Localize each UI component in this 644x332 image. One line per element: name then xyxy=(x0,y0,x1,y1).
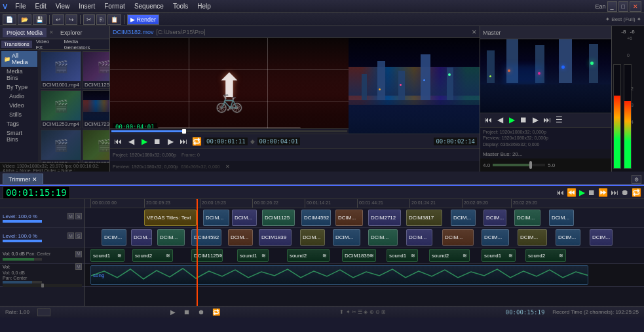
tl-stop[interactable]: ⏹ xyxy=(588,188,596,197)
fader-track[interactable] xyxy=(493,164,545,166)
tree-item-all[interactable]: 📁 All Media xyxy=(1,51,37,67)
preview-scrubber[interactable] xyxy=(110,128,349,134)
undo-btn[interactable]: ↩ xyxy=(52,14,64,25)
clip-a1-9[interactable]: sound1 ≋ xyxy=(482,249,516,262)
main-preview-window[interactable]: ⬆ 🚲 00:00:04:01 xyxy=(110,38,349,134)
clip-v1-2[interactable]: DCIM... xyxy=(232,210,257,226)
prog-play[interactable]: ▶ xyxy=(506,115,517,124)
prog-next-frame[interactable]: ▶ xyxy=(530,115,540,124)
menu-sequence[interactable]: Sequence xyxy=(130,3,168,10)
clip-v1-1[interactable]: DCIM... xyxy=(203,210,229,226)
media-item-1[interactable]: 🎬 DCIM1125.mp4 xyxy=(83,51,109,89)
menu-view[interactable]: View xyxy=(52,3,74,10)
clip-v2-10[interactable]: DCIM... xyxy=(406,229,432,246)
clip-v2-6[interactable]: DCIM1839 xyxy=(259,229,292,246)
next-frame-btn[interactable]: ▶ xyxy=(165,137,176,146)
subtab-transitions[interactable]: Transitions xyxy=(1,41,32,48)
scrubber-handle[interactable] xyxy=(182,129,186,134)
tree-item-video[interactable]: Video xyxy=(1,101,37,110)
pan-handle[interactable] xyxy=(41,284,44,287)
clip-title[interactable]: VEGAS Titles: Text xyxy=(144,210,197,226)
audio1-vol-slider[interactable] xyxy=(3,258,42,261)
clip-v2-4[interactable]: DCIM4592 xyxy=(191,229,221,246)
playhead[interactable] xyxy=(197,199,198,208)
timeline-tab[interactable]: Trimmer ✕ xyxy=(3,174,43,184)
clip-v2-2[interactable]: DCIM... xyxy=(131,229,152,246)
copy-btn[interactable]: ⎘ xyxy=(96,14,106,25)
clip-v2-14[interactable]: DCIM... xyxy=(556,229,580,246)
prog-prev-frame[interactable]: ◀ xyxy=(495,115,505,124)
minimize-btn[interactable]: _ xyxy=(607,1,617,12)
fader-handle[interactable] xyxy=(529,161,532,169)
tree-item-stills[interactable]: Stills xyxy=(1,110,37,119)
clip-a1-6[interactable]: DCIM1839 ≋ xyxy=(342,249,376,262)
tree-item-audio[interactable]: Audio xyxy=(1,92,37,101)
sb-record-btn[interactable]: ⏺ xyxy=(198,308,204,316)
tl-go-start[interactable]: ⏮ xyxy=(556,188,564,197)
clip-v1-3[interactable]: DCIM1125 xyxy=(262,210,295,226)
go-start-btn[interactable]: ⏮ xyxy=(113,137,123,146)
prog-stop[interactable]: ⏹ xyxy=(518,115,529,124)
clip-a1-7[interactable]: sound1 ≋ xyxy=(387,249,418,262)
clip-v2-13[interactable]: DCIM... xyxy=(518,229,547,246)
sb-stop-btn[interactable]: ⏹ xyxy=(183,308,190,316)
tree-item-bins[interactable]: Media Bins xyxy=(1,67,37,83)
stop-btn[interactable]: ⏹ xyxy=(152,137,162,146)
clip-v2-8[interactable]: DCIM... xyxy=(333,229,360,246)
clip-v1-4[interactable]: DCIM4592 xyxy=(301,210,331,226)
clip-v2-7[interactable]: DCIM... xyxy=(300,229,325,246)
clip-v1-10[interactable]: DCIM... xyxy=(514,210,540,226)
close-btn[interactable]: ✕ xyxy=(630,1,641,12)
clip-v2-9[interactable]: DCIM... xyxy=(368,229,398,246)
prev-frame-btn[interactable]: ◀ xyxy=(126,137,136,146)
clip-v1-6[interactable]: DCIM2712 xyxy=(368,210,401,226)
menu-file[interactable]: File xyxy=(11,3,29,10)
clip-a1-2[interactable]: sound2 ≋ xyxy=(132,249,173,262)
secondary-preview-window[interactable] xyxy=(349,38,480,134)
paste-btn[interactable]: 📋 xyxy=(107,14,121,25)
track-lane-music[interactable]: song xyxy=(85,264,644,287)
tl-record[interactable]: ⏺ xyxy=(621,188,629,197)
menu-edit[interactable]: Edit xyxy=(31,3,50,10)
redo-btn[interactable]: ↪ xyxy=(66,14,77,25)
new-btn[interactable]: 📄 xyxy=(3,14,16,25)
loop-btn[interactable]: 🔁 xyxy=(191,137,202,146)
track-lane-video1[interactable]: VEGAS Titles: Text DCIM... DCIM... DCIM1… xyxy=(85,208,644,228)
menu-help[interactable]: Help xyxy=(193,3,215,10)
menu-format[interactable]: Format xyxy=(100,3,129,10)
prog-list[interactable]: ☰ xyxy=(554,115,564,124)
timeline-settings-btn[interactable]: ⚙ xyxy=(632,175,641,184)
program-monitor-preview[interactable] xyxy=(480,39,611,113)
clip-a1-10[interactable]: sound2 ≋ xyxy=(525,249,566,262)
clip-music[interactable]: song xyxy=(90,265,588,285)
clip-a1-5[interactable]: sound2 ≋ xyxy=(287,249,330,262)
tl-prev[interactable]: ⏪ xyxy=(567,188,577,197)
media-item-4[interactable]: 🎬 DCIM1823.mp4 xyxy=(41,130,81,162)
tl-next[interactable]: ⏩ xyxy=(598,188,608,197)
track1-solo[interactable]: S xyxy=(75,213,82,219)
prog-go-start[interactable]: ⏮ xyxy=(483,115,493,124)
pan-slider[interactable] xyxy=(3,284,82,287)
clip-a1-3[interactable]: DCIM1125 ≋ xyxy=(191,249,223,262)
track-lane-audio1[interactable]: sound1 ≋ sound2 ≋ DCIM1125 ≋ sound1 ≋ so… xyxy=(85,248,644,264)
prog-go-end[interactable]: ⏭ xyxy=(542,115,552,124)
audio1-mute[interactable]: M xyxy=(75,251,82,257)
tree-item-smartbins[interactable]: Smart Bins xyxy=(1,128,37,144)
go-end-btn[interactable]: ⏭ xyxy=(178,137,189,146)
media-item-0[interactable]: 🎬 DCIM1001.mp4 xyxy=(41,51,81,89)
track1-mute[interactable]: M xyxy=(67,213,74,219)
tab-close[interactable]: ✕ xyxy=(49,29,54,35)
clip-a1-8[interactable]: sound2 ≋ xyxy=(429,249,470,262)
subtab-videofx[interactable]: Video FX xyxy=(33,38,60,51)
sb-play-btn[interactable]: ▶ xyxy=(170,308,176,316)
sb-loop-btn[interactable]: 🔁 xyxy=(212,308,220,316)
track2-mute[interactable]: M xyxy=(67,232,74,239)
clip-v1-8[interactable]: DCIM... xyxy=(451,210,476,226)
track2-volume[interactable] xyxy=(3,240,42,242)
scrubber-track[interactable] xyxy=(111,130,347,132)
clip-v1-9[interactable]: DCIM... xyxy=(483,210,506,226)
track1-volume[interactable] xyxy=(3,220,42,223)
clip-v1-5[interactable]: DCIM... xyxy=(335,210,363,226)
monitor-close[interactable]: ✕ xyxy=(472,29,477,35)
track-lane-video2[interactable]: DCIM... DCIM... DCIM... DCIM4592 DCIM...… xyxy=(85,228,644,248)
